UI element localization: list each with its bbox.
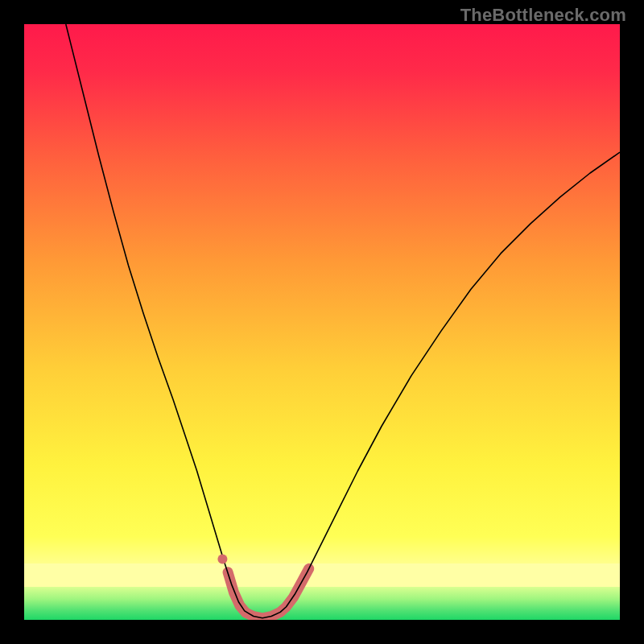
series-highlight-dot bbox=[217, 555, 227, 564]
gradient-background bbox=[24, 24, 620, 620]
watermark-text: TheBottleneck.com bbox=[460, 5, 626, 26]
chart-plot bbox=[24, 24, 620, 620]
chart-frame: TheBottleneck.com bbox=[0, 0, 644, 644]
